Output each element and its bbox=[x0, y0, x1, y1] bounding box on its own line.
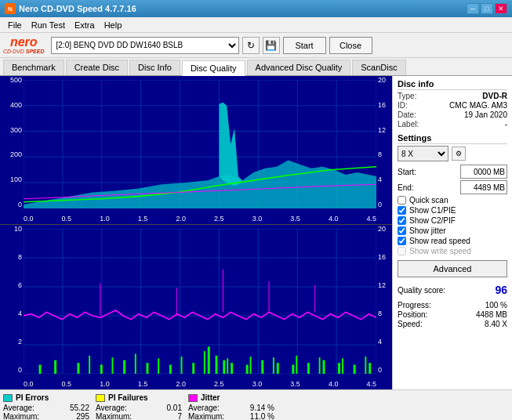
svg-rect-50 bbox=[307, 363, 310, 374]
svg-rect-37 bbox=[100, 364, 103, 374]
svg-rect-35 bbox=[54, 360, 56, 374]
svg-rect-54 bbox=[369, 363, 371, 374]
tab-disc-info[interactable]: Disc Info bbox=[129, 60, 180, 75]
quality-score-label: Quality score: bbox=[398, 286, 445, 295]
close-button[interactable]: ✕ bbox=[495, 3, 507, 14]
svg-rect-42 bbox=[208, 346, 210, 374]
show-jitter-row: Show jitter bbox=[398, 226, 507, 235]
quick-scan-checkbox[interactable] bbox=[398, 196, 406, 205]
quality-section: Quality score: 96 bbox=[398, 284, 507, 296]
show-jitter-checkbox[interactable] bbox=[398, 226, 406, 235]
jitter-stats: Average: 9.14 % Maximum: 11.0 % PO failu… bbox=[188, 404, 274, 420]
svg-marker-16 bbox=[24, 161, 376, 209]
jitter-avg-row: Average: 9.14 % bbox=[188, 404, 274, 412]
quality-row: Quality score: 96 bbox=[398, 284, 507, 296]
speed-row-progress: Speed: 8.40 X bbox=[398, 320, 507, 328]
svg-rect-66 bbox=[342, 358, 343, 374]
svg-rect-40 bbox=[169, 364, 172, 374]
chart-top: 500 400 300 200 100 0 20 16 12 8 4 0 bbox=[0, 76, 392, 225]
type-value: DVD-R bbox=[482, 92, 507, 100]
show-c2pif-checkbox[interactable] bbox=[398, 216, 406, 225]
tab-advanced-disc-quality[interactable]: Advanced Disc Quality bbox=[247, 60, 351, 75]
speed-select[interactable]: 8 X 4 X 12 X 16 X bbox=[398, 146, 448, 161]
pi-failures-avg-label: Average: bbox=[96, 404, 127, 412]
pi-errors-max-label: Maximum: bbox=[3, 412, 39, 420]
svg-rect-46 bbox=[246, 364, 249, 374]
jitter-header: Jitter bbox=[188, 393, 274, 402]
pi-failures-max-value: 7 bbox=[177, 412, 182, 420]
pi-errors-group: PI Errors Average: 55.22 Maximum: 295 To… bbox=[3, 393, 89, 420]
show-jitter-label: Show jitter bbox=[409, 226, 446, 235]
maximize-button[interactable]: □ bbox=[481, 3, 493, 14]
drive-selector[interactable]: ‌[2:0] BENQ DVD DD DW1640 BSLB bbox=[51, 37, 239, 54]
chart-top-canvas bbox=[24, 80, 376, 208]
chart-area: 500 400 300 200 100 0 20 16 12 8 4 0 bbox=[0, 76, 393, 389]
svg-rect-34 bbox=[39, 364, 42, 374]
svg-rect-41 bbox=[192, 363, 194, 374]
jitter-max-value: 11.0 % bbox=[250, 412, 274, 420]
close-app-button[interactable]: Close bbox=[329, 37, 372, 54]
id-label: ID: bbox=[398, 101, 408, 110]
progress-label: Progress: bbox=[398, 301, 431, 310]
show-c2pif-row: Show C2/PIF bbox=[398, 216, 507, 225]
show-c1pie-label: Show C1/PIE bbox=[409, 206, 456, 215]
start-button[interactable]: Start bbox=[283, 37, 326, 54]
minimize-button[interactable]: ─ bbox=[467, 3, 479, 14]
progress-section: Progress: 100 % Position: 4488 MB Speed:… bbox=[398, 301, 507, 328]
show-write-speed-checkbox[interactable] bbox=[398, 247, 406, 255]
chart-top-svg bbox=[24, 80, 376, 208]
position-value: 4488 MB bbox=[476, 310, 507, 319]
x-axis-top: 0.0 0.5 1.0 1.5 2.0 2.5 3.0 3.5 4.0 4.5 bbox=[24, 215, 376, 223]
tabs: Benchmark Create Disc Disc Info Disc Qua… bbox=[0, 58, 512, 76]
menu-file[interactable]: File bbox=[3, 19, 27, 31]
type-label: Type: bbox=[398, 92, 416, 100]
menu-help[interactable]: Help bbox=[100, 19, 127, 31]
pi-failures-group: PI Failures Average: 0.01 Maximum: 7 Tot… bbox=[96, 393, 182, 420]
svg-rect-49 bbox=[292, 364, 294, 374]
start-input[interactable] bbox=[460, 165, 507, 179]
refresh-button[interactable]: ↻ bbox=[242, 37, 260, 54]
show-c1pie-checkbox[interactable] bbox=[398, 206, 406, 215]
chart-bottom-canvas bbox=[24, 229, 376, 374]
pi-errors-avg-label: Average: bbox=[3, 404, 34, 412]
menu-extra[interactable]: Extra bbox=[70, 19, 100, 31]
show-c2pif-label: Show C2/PIF bbox=[409, 216, 456, 225]
pi-errors-color bbox=[3, 394, 13, 402]
end-input[interactable] bbox=[460, 180, 507, 194]
pi-failures-label: PI Failures bbox=[108, 393, 148, 402]
show-read-speed-checkbox[interactable] bbox=[398, 237, 406, 245]
pi-failures-max-label: Maximum: bbox=[96, 412, 132, 420]
svg-rect-63 bbox=[273, 357, 274, 374]
save-button[interactable]: 💾 bbox=[263, 37, 280, 54]
tab-disc-quality[interactable]: Disc Quality bbox=[182, 60, 245, 76]
label-value: - bbox=[505, 120, 507, 129]
pi-errors-max-value: 295 bbox=[76, 412, 89, 420]
quick-scan-label: Quick scan bbox=[409, 196, 448, 205]
main-area: 500 400 300 200 100 0 20 16 12 8 4 0 bbox=[0, 76, 512, 389]
disc-type-row: Type: DVD-R bbox=[398, 92, 507, 100]
svg-rect-58 bbox=[158, 358, 159, 374]
pi-failures-avg-row: Average: 0.01 bbox=[96, 404, 182, 412]
speed-progress-value: 8.40 X bbox=[485, 320, 507, 328]
titlebar: N Nero CD-DVD Speed 4.7.7.16 ─ □ ✕ bbox=[0, 0, 512, 17]
y-axis-right-top: 20 16 12 8 4 0 bbox=[376, 76, 392, 208]
menu-run-test[interactable]: Run Test bbox=[27, 19, 70, 31]
svg-rect-57 bbox=[135, 354, 136, 374]
y-axis-left-top: 500 400 300 200 100 0 bbox=[0, 76, 24, 208]
svg-rect-61 bbox=[227, 358, 228, 374]
tab-benchmark[interactable]: Benchmark bbox=[3, 60, 64, 75]
tab-create-disc[interactable]: Create Disc bbox=[66, 60, 128, 75]
chart-bottom: 10 8 6 4 2 0 20 16 12 8 4 0 bbox=[0, 225, 392, 389]
svg-rect-43 bbox=[216, 356, 218, 374]
svg-rect-55 bbox=[89, 356, 90, 374]
speed-info-button[interactable]: ⚙ bbox=[452, 147, 466, 161]
svg-rect-39 bbox=[147, 363, 149, 374]
svg-rect-59 bbox=[181, 357, 183, 374]
pi-errors-max-row: Maximum: 295 bbox=[3, 412, 89, 420]
advanced-button[interactable]: Advanced bbox=[398, 260, 507, 277]
svg-rect-51 bbox=[323, 360, 325, 374]
svg-rect-65 bbox=[319, 357, 321, 374]
jitter-avg-value: 9.14 % bbox=[250, 404, 274, 412]
date-label: Date: bbox=[398, 110, 416, 119]
tab-scan-disc[interactable]: ScanDisc bbox=[352, 60, 405, 75]
